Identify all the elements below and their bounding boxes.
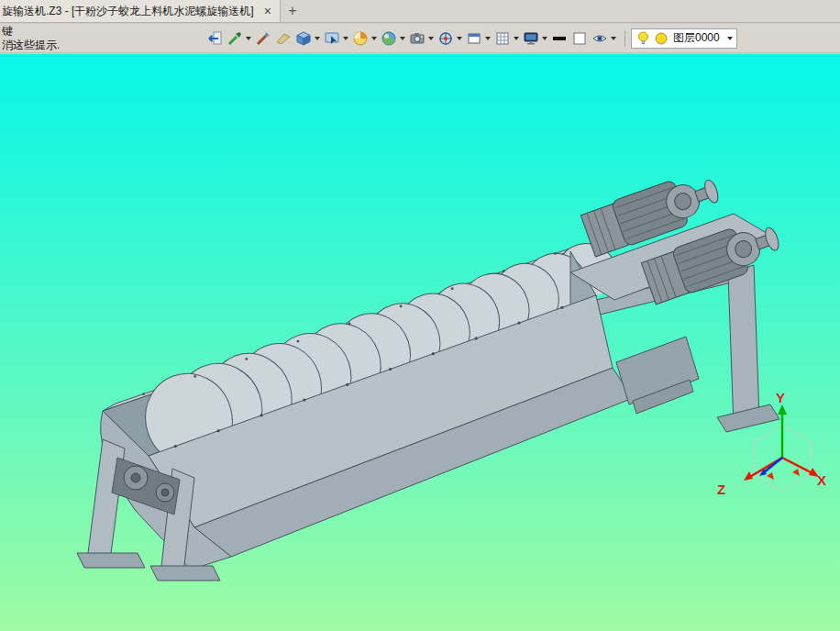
monitor-button[interactable] — [522, 28, 548, 50]
tab-title: 旋输送机.Z3 - [干粉沙子蛟龙上料机水泥螺旋输送机] — [2, 4, 254, 19]
z-axis-label: Z — [717, 482, 725, 497]
layer-color-swatch-icon — [654, 31, 669, 46]
visibility-eye-icon — [591, 30, 608, 47]
y-axis-arrowhead-icon — [778, 404, 787, 415]
y-axis-label: Y — [776, 390, 785, 405]
view-cube-button[interactable] — [294, 28, 321, 50]
line-width-icon — [551, 30, 568, 47]
grid-button[interactable] — [493, 28, 520, 50]
layer-select[interactable]: 图层0000 — [631, 28, 737, 49]
dropdown-arrow-icon — [246, 37, 251, 40]
window-button[interactable] — [465, 28, 492, 50]
viewport-canvas[interactable]: Y X Z — [0, 54, 840, 631]
dropdown-arrow-icon — [315, 37, 320, 40]
grid-icon — [494, 30, 511, 47]
dropdown-arrow-icon — [428, 37, 434, 40]
layer-name: 图层0000 — [671, 30, 722, 46]
prompt-hint: 键 消这些提示. — [2, 25, 60, 52]
camera-button[interactable] — [408, 28, 435, 50]
triad-rotate-handle-icon[interactable] — [767, 472, 774, 480]
section-blade-button[interactable] — [274, 28, 293, 50]
dropdown-arrow-icon — [611, 37, 616, 40]
x-axis-label: X — [817, 472, 826, 488]
color-wheel-icon — [352, 30, 369, 47]
dropdown-arrow-icon — [542, 37, 547, 40]
visibility-eye-button[interactable] — [591, 28, 617, 50]
render-sphere-button[interactable] — [380, 28, 406, 50]
blank-swatch-icon — [571, 30, 588, 47]
screw-conveyor-model[interactable] — [77, 167, 785, 581]
triad-rotate-handle-icon[interactable] — [792, 469, 800, 476]
view-cube-icon — [295, 30, 312, 47]
monitor-icon — [523, 30, 539, 47]
section-blade-icon — [275, 30, 292, 47]
camera-icon — [409, 30, 426, 47]
color-wheel-button[interactable] — [351, 28, 378, 50]
toolbar-separator — [624, 30, 625, 47]
application-window: 旋输送机.Z3 - [干粉沙子蛟龙上料机水泥螺旋输送机] × + 键 消这些提示… — [0, 0, 840, 631]
main-toolbar: 图层0000 — [0, 24, 840, 53]
exit-document-icon — [206, 30, 223, 47]
line-width-button[interactable] — [550, 28, 569, 50]
exit-document-button[interactable] — [205, 28, 224, 50]
pick-filter-button[interactable] — [226, 28, 252, 50]
dropdown-arrow-icon — [343, 37, 348, 40]
sketch-pen-button[interactable] — [254, 28, 272, 50]
z-axis-arrowhead-icon — [744, 471, 753, 481]
layer-dropdown-arrow-icon[interactable] — [727, 37, 733, 40]
dropdown-arrow-icon — [514, 37, 519, 40]
viewport-3d[interactable]: Y X Z — [0, 54, 840, 631]
tab-bar: 旋输送机.Z3 - [干粉沙子蛟龙上料机水泥螺旋输送机] × + — [0, 0, 840, 23]
sketch-pen-icon — [255, 30, 271, 47]
dropdown-arrow-icon — [371, 37, 377, 40]
new-tab-button[interactable]: + — [281, 0, 304, 22]
discharge-chute[interactable] — [616, 337, 699, 414]
dropdown-arrow-icon — [485, 37, 491, 40]
view-axis-arrow[interactable] — [764, 458, 782, 472]
locate-icon — [437, 30, 454, 47]
bulb-icon — [636, 30, 651, 46]
blank-swatch-button[interactable] — [570, 28, 589, 50]
document-tab[interactable]: 旋输送机.Z3 - [干粉沙子蛟龙上料机水泥螺旋输送机] × — [0, 0, 281, 22]
display-select-icon — [324, 30, 340, 47]
window-icon — [466, 30, 482, 47]
display-select-button[interactable] — [323, 28, 349, 50]
locate-button[interactable] — [437, 28, 463, 50]
render-sphere-icon — [381, 30, 397, 47]
right-support-column[interactable] — [717, 265, 779, 432]
tab-close-button[interactable]: × — [261, 5, 274, 17]
dropdown-arrow-icon — [457, 37, 462, 40]
pick-filter-icon — [227, 30, 243, 47]
prompt-hint-line2: 消这些提示. — [2, 39, 60, 52]
prompt-hint-line1: 键 — [2, 25, 60, 39]
dropdown-arrow-icon — [400, 37, 405, 40]
